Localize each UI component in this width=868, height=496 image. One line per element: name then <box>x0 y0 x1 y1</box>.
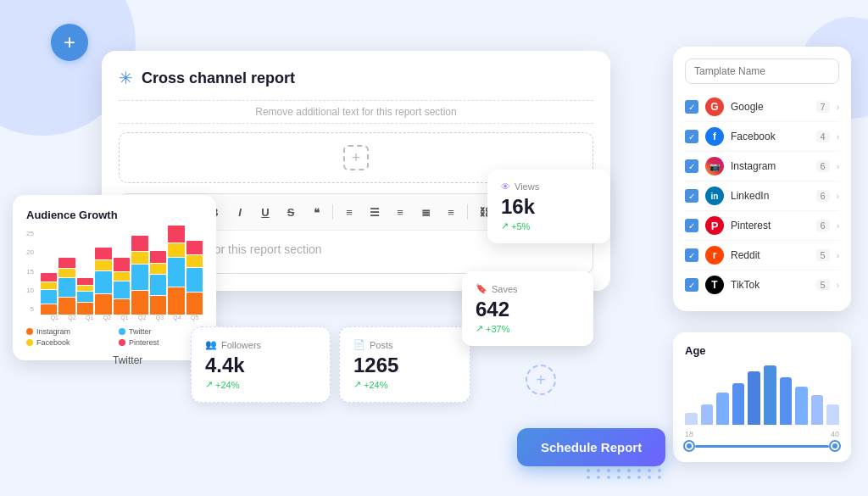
channel-item-facebook[interactable]: f Facebook 4 › <box>685 122 839 152</box>
channel-checkbox-google[interactable] <box>685 100 698 114</box>
template-name-input[interactable] <box>685 59 839 84</box>
arrow-up-icon: ↗ <box>205 379 213 390</box>
bar-group <box>95 248 111 315</box>
facebook-logo: f <box>705 127 724 146</box>
chart-legend: Instagram Twitter Facebook Pinterest <box>26 327 203 347</box>
legend-dot-instagram <box>26 328 33 335</box>
channel-item-tiktok[interactable]: T TikTok 5 › <box>685 270 839 299</box>
slider-handle-left[interactable] <box>685 442 693 450</box>
age-bar <box>795 387 808 426</box>
channel-count-tiktok: 5 <box>816 279 830 291</box>
arrow-up-icon: ↗ <box>353 379 361 390</box>
followers-value: 4.4k <box>205 354 316 377</box>
followers-change: ↗ +24% <box>205 379 316 390</box>
age-chart <box>685 365 839 425</box>
channel-item-instagram[interactable]: 📷 Instagram 6 › <box>685 152 839 181</box>
channel-count-linkedin: 6 <box>816 190 830 202</box>
toolbar-divider2 <box>332 204 333 220</box>
report-title: Cross channel report <box>142 70 295 87</box>
slider-track <box>695 445 829 448</box>
add-section-plus-button[interactable]: + <box>343 145 369 170</box>
age-panel: Age 18 40 <box>673 332 851 462</box>
audience-title: Audience Growth <box>26 209 203 221</box>
channel-count-instagram: 6 <box>816 160 830 172</box>
channel-name-facebook: Facebook <box>731 131 810 142</box>
align-center-button[interactable]: ☰ <box>364 201 386 223</box>
age-bar <box>748 371 760 425</box>
add-button[interactable]: + <box>51 24 88 61</box>
age-bar <box>685 413 698 425</box>
channel-item-linkedin[interactable]: in LinkedIn 6 › <box>685 181 839 211</box>
channel-count-google: 7 <box>816 101 830 113</box>
eye-icon: 👁 <box>501 181 510 192</box>
channel-checkbox-reddit[interactable] <box>685 248 698 262</box>
align-right-button[interactable]: ≡ <box>389 201 411 223</box>
age-bar <box>826 404 839 426</box>
tiktok-logo: T <box>705 276 724 294</box>
age-bar <box>701 404 714 426</box>
bar-group <box>131 236 147 315</box>
legend-dot-facebook <box>26 339 33 346</box>
saves-value: 642 <box>476 298 580 321</box>
age-bar <box>716 393 729 426</box>
arrow-up-icon: ↗ <box>476 323 483 334</box>
legend-dot-twitter <box>119 328 125 335</box>
chart-bars-area <box>41 230 203 315</box>
justify-button[interactable]: ≣ <box>415 201 437 223</box>
channel-item-reddit[interactable]: r Reddit 5 › <box>685 241 839 270</box>
channel-checkbox-pinterest[interactable] <box>685 219 698 232</box>
channel-checkbox-tiktok[interactable] <box>685 278 698 292</box>
channel-checkbox-instagram[interactable] <box>685 159 698 173</box>
channel-count-facebook: 4 <box>816 131 830 142</box>
chevron-down-icon: › <box>837 162 839 171</box>
italic-button[interactable]: I <box>229 201 251 223</box>
saves-change: ↗ +37% <box>476 323 580 334</box>
schedule-report-button[interactable]: Schedule Report <box>517 428 665 466</box>
followers-label: 👥 Followers <box>205 339 316 350</box>
age-bar <box>732 383 745 425</box>
chart-y-axis: 25 20 15 10 5 <box>26 230 34 315</box>
chevron-down-icon: › <box>837 251 839 260</box>
align-left-button[interactable]: ≡ <box>338 201 360 223</box>
reddit-logo: r <box>705 246 724 265</box>
quote-button[interactable]: ❝ <box>305 201 327 223</box>
audience-card: Audience Growth 25 20 15 10 5 <box>13 195 216 360</box>
channel-name-instagram: Instagram <box>731 160 810 172</box>
pinterest-logo: P <box>705 216 724 235</box>
twitter-label: Twitter <box>113 354 142 366</box>
saves-card: 🔖 Saves 642 ↗ +37% <box>462 271 593 346</box>
instagram-logo: 📷 <box>705 157 724 176</box>
slider-handle-right[interactable] <box>831 442 839 450</box>
strikethrough-button[interactable]: S <box>280 201 302 223</box>
google-logo: G <box>705 98 724 116</box>
bar-group <box>168 226 184 315</box>
chevron-down-icon: › <box>837 281 839 290</box>
legend-dot-pinterest <box>119 339 125 346</box>
views-value: 16k <box>501 195 597 219</box>
channel-count-reddit: 5 <box>816 249 830 261</box>
chevron-down-icon: › <box>837 221 839 231</box>
channel-checkbox-linkedin[interactable] <box>685 189 698 203</box>
chevron-down-icon: › <box>837 192 839 201</box>
toolbar-divider3 <box>467 204 468 220</box>
add-widget-button[interactable]: + <box>526 365 556 395</box>
views-card: 👁 Views 16k ↗ +5% <box>487 170 610 243</box>
list-button[interactable]: ≡ <box>440 201 462 223</box>
channel-name-google: Google <box>731 101 810 113</box>
age-x-labels: 18 40 <box>685 430 839 438</box>
underline-button[interactable]: U <box>254 201 276 223</box>
report-icon: ✳ <box>119 68 133 88</box>
posts-card: 📄 Posts 1265 ↗ +24% <box>339 326 470 403</box>
bar-group <box>58 258 75 315</box>
legend-instagram: Instagram <box>26 327 110 336</box>
bookmark-icon: 🔖 <box>476 283 487 294</box>
channel-item-pinterest[interactable]: P Pinterest 6 › <box>685 211 839 241</box>
channel-checkbox-facebook[interactable] <box>685 130 698 143</box>
posts-change: ↗ +24% <box>353 379 456 390</box>
people-icon: 👥 <box>205 339 217 350</box>
channel-item-google[interactable]: G Google 7 › <box>685 92 839 122</box>
age-slider[interactable] <box>685 442 839 450</box>
channel-count-pinterest: 6 <box>816 220 830 231</box>
chart-x-labels: Q1 Q2 Q1 Q2 Q1 Q2 Q3 Q4 Q5 <box>47 315 203 320</box>
chevron-down-icon: › <box>837 132 839 142</box>
